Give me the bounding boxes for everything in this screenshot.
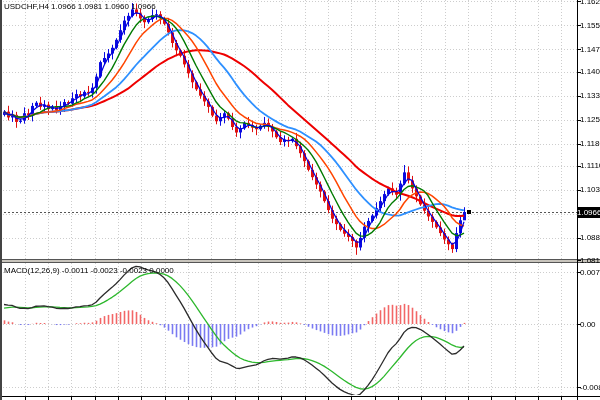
- macd-axis-label: 0.00: [580, 320, 596, 329]
- price-axis-label: 1.1625: [580, 0, 600, 6]
- price-axis-label: 1.1405: [580, 67, 600, 76]
- macd-indicator-title: MACD(12,26,9) -0.0011 -0.0023 -0.0023 0.…: [4, 266, 174, 275]
- price-axis-label: 1.1110: [580, 161, 600, 170]
- macd-axis-label: -0.0088: [580, 383, 600, 392]
- price-axis-label: 1.1180: [580, 139, 600, 148]
- chart-title: USDCHF,H4 1.0966 1.0981 1.0960 1.0966: [4, 2, 156, 11]
- price-axis-label: 1.1255: [580, 115, 600, 124]
- chart-canvas[interactable]: [0, 0, 600, 400]
- price-axis-label: 1.0815: [580, 256, 600, 265]
- current-price-tag: 1.0966: [577, 207, 600, 218]
- price-axis-label: 1.1475: [580, 45, 600, 54]
- mt4-chart-window: { "main_chart": { "title_text": "USDCHF,…: [0, 0, 600, 400]
- macd-axis-label: 0.0072: [580, 268, 600, 277]
- price-axis-label: 1.1035: [580, 185, 600, 194]
- price-axis-label: 1.1330: [580, 91, 600, 100]
- price-axis-label: 1.1550: [580, 21, 600, 30]
- price-axis-label: 1.0885: [580, 233, 600, 242]
